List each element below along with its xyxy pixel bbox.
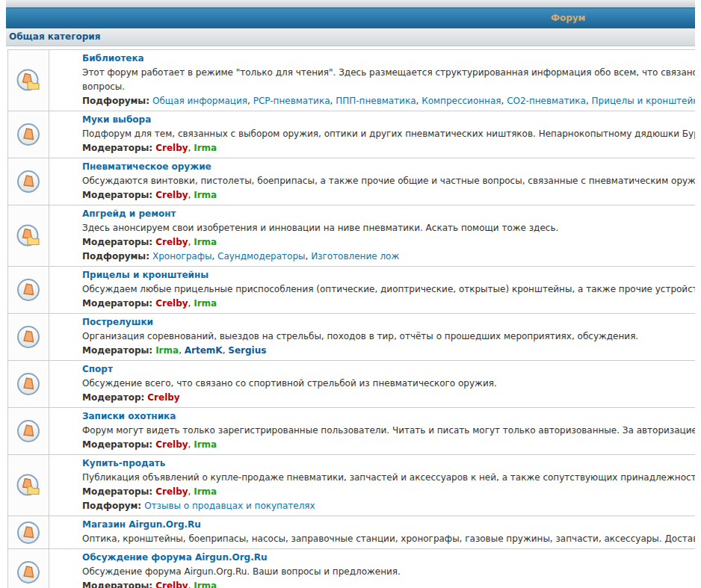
forum-column-header: Форум <box>551 13 585 23</box>
forum-info-cell: Прицелы и кронштейны Обсуждаем любые при… <box>49 267 695 313</box>
forum-info-cell: Записки охотника Форум могут видеть толь… <box>49 408 695 454</box>
moderator-link[interactable]: Irma <box>194 298 217 309</box>
forum-status-icon-cell <box>8 549 49 588</box>
forum-moderators-line: Модераторы:Crelby, Irma <box>82 188 695 202</box>
moderators-label: Модераторы: <box>82 237 152 247</box>
browser-viewport: Форум Общая категория Библиотека Этот фо… <box>0 0 695 588</box>
forum-description-line: Оптика, кронштейны, боеприпасы, насосы, … <box>82 532 695 546</box>
forum-description-line: Обсуждение всего, что связано со спортив… <box>82 377 695 391</box>
forum-description: Форум могут видеть только зарегистрирова… <box>82 424 695 438</box>
category-header[interactable]: Общая категория <box>6 28 695 46</box>
moderators-label: Модераторы: <box>82 345 152 356</box>
moderator-link[interactable]: Irma <box>155 345 179 356</box>
moderator-link[interactable]: Irma <box>194 581 217 588</box>
forum-icon <box>15 276 42 303</box>
moderator-link[interactable]: Crelby <box>155 143 188 153</box>
moderator-link[interactable]: Crelby <box>155 237 188 247</box>
forum-info-cell: Библиотека Этот форум работает в режиме … <box>49 50 695 111</box>
subforums-label: Подфорум: <box>82 501 141 511</box>
forum-title-link[interactable]: Пострелушки <box>82 317 153 327</box>
moderator-link[interactable]: Crelby <box>155 581 188 588</box>
forum-row: Прицелы и кронштейны Обсуждаем любые при… <box>8 267 695 314</box>
forum-description-line: Обсуждаем любые прицельные приспособлени… <box>82 282 695 297</box>
forum-description: Обсуждение всего, что связано со спортив… <box>82 377 695 391</box>
subforums-label: Подфорумы: <box>82 96 149 106</box>
forum-description-line: Публикация объявлений о купле-продаже пн… <box>82 471 695 485</box>
subforum-link[interactable]: Общая информация <box>152 96 247 106</box>
moderator-link[interactable]: Sergius <box>228 345 266 356</box>
forum-status-icon-cell <box>8 158 49 205</box>
forum-title-link[interactable]: Прицелы и кронштейны <box>82 270 209 280</box>
forum-info-cell: Пострелушки Организация соревнований, вы… <box>49 314 695 360</box>
moderator-link[interactable]: Crelby <box>155 298 188 309</box>
forum-description-line: Организация соревнований, выездов на стр… <box>82 329 695 344</box>
forum-status-icon-cell <box>8 111 49 158</box>
subforum-link[interactable]: CO2-пневматика <box>507 96 586 106</box>
subforum-link[interactable]: Хронографы <box>152 251 211 261</box>
moderators-label: Модераторы: <box>82 298 152 309</box>
forum-row: Пневматическое оружие Обсуждаются винтов… <box>8 158 695 205</box>
forum-info-cell: Магазин Airgun.Org.Ru Оптика, кронштейны… <box>49 516 695 548</box>
forum-moderators-line: Модераторы:Crelby, Irma <box>82 579 695 588</box>
subforum-link[interactable]: Изготовление лож <box>311 251 399 261</box>
forum-description: Здесь анонсируем свои изобретения и инно… <box>82 221 695 235</box>
forum-row: Купить-продать Публикация объявлений о к… <box>8 455 695 516</box>
moderator-link[interactable]: ArtemK <box>185 345 223 356</box>
moderator-link[interactable]: Irma <box>194 486 217 497</box>
forum-description: Обсуждение форума Airgun.Org.Ru. Ваши во… <box>82 565 695 579</box>
forum-description: Подфорум для тем, связанных с выбором ор… <box>82 127 695 141</box>
forum-title-link[interactable]: Библиотека <box>82 53 144 64</box>
forum-title-link[interactable]: Пневматическое оружие <box>82 161 211 172</box>
moderator-link[interactable]: Irma <box>194 439 217 450</box>
forum-icon <box>15 519 42 546</box>
forum-title-link[interactable]: Спорт <box>82 364 113 374</box>
moderators-label: Модератор: <box>82 392 144 403</box>
forum-description-line: Обсуждаются винтовки, пистолеты, боеприп… <box>82 174 695 188</box>
forum-title-link[interactable]: Обсуждение форума Airgun.Org.Ru <box>82 552 268 563</box>
subforum-link[interactable]: PCP-пневматика <box>253 96 330 106</box>
moderator-link[interactable]: Crelby <box>155 486 188 497</box>
category-title[interactable]: Общая категория <box>9 31 100 42</box>
moderators-label: Модераторы: <box>82 143 152 153</box>
moderator-link[interactable]: Irma <box>194 237 217 247</box>
forum-status-icon-cell <box>8 50 49 111</box>
subforum-link[interactable]: Компрессионная <box>421 96 501 106</box>
forum-page: Форум Общая категория Библиотека Этот фо… <box>6 0 695 588</box>
forum-status-icon-cell <box>8 361 49 407</box>
forum-status-icon-cell <box>8 267 49 313</box>
forum-icon <box>15 121 42 148</box>
forum-info-cell: Обсуждение форума Airgun.Org.Ru Обсужден… <box>49 549 695 588</box>
forum-description: Этот форум работает в режиме "только для… <box>82 66 695 94</box>
forum-info-cell: Муки выбора Подфорум для тем, связанных … <box>49 111 695 158</box>
moderator-link[interactable]: Crelby <box>155 439 188 450</box>
forum-moderators-line: Модераторы:Crelby, Irma <box>82 235 695 250</box>
forum-description-line: Форум могут видеть только зарегистрирова… <box>82 424 695 438</box>
forum-description: Обсуждаем любые прицельные приспособлени… <box>82 282 695 297</box>
forum-status-icon-cell <box>8 205 49 266</box>
forum-moderators-line: Модератор:Crelby <box>82 391 695 405</box>
subforum-link[interactable]: Саундмодераторы <box>217 251 305 261</box>
forum-status-icon-cell <box>8 516 49 548</box>
moderator-link[interactable]: Irma <box>194 143 217 153</box>
forum-row: Записки охотника Форум могут видеть толь… <box>8 408 695 455</box>
forum-title-link[interactable]: Записки охотника <box>82 411 176 421</box>
forum-description: Публикация объявлений о купле-продаже пн… <box>82 471 695 485</box>
forum-info-cell: Пневматическое оружие Обсуждаются винтов… <box>49 158 695 205</box>
forum-info-cell: Апгрейд и ремонт Здесь анонсируем свои и… <box>49 205 695 266</box>
subforums-label: Подфорумы: <box>82 251 149 261</box>
forum-title-link[interactable]: Апгрейд и ремонт <box>82 208 176 219</box>
forum-title-link[interactable]: Муки выбора <box>82 114 151 125</box>
forum-title-link[interactable]: Магазин Airgun.Org.Ru <box>82 519 201 530</box>
forum-with-subforum-icon <box>15 223 42 250</box>
subforum-link[interactable]: ППП-пневматика <box>336 96 416 106</box>
subforum-link[interactable]: Отзывы о продавцах и покупателях <box>144 501 315 511</box>
forum-description-line: Здесь анонсируем свои изобретения и инно… <box>82 221 695 235</box>
moderator-link[interactable]: Crelby <box>155 190 188 200</box>
forum-title-link[interactable]: Купить-продать <box>82 458 165 468</box>
subforum-link[interactable]: Прицелы и кронштейны <box>592 96 695 106</box>
forum-description: Оптика, кронштейны, боеприпасы, насосы, … <box>82 532 695 546</box>
forum-moderators-line: Модераторы:Crelby, Irma <box>82 141 695 155</box>
moderator-link[interactable]: Irma <box>194 190 217 200</box>
moderator-link[interactable]: Crelby <box>147 392 179 403</box>
forum-table-header: Форум <box>6 7 695 28</box>
